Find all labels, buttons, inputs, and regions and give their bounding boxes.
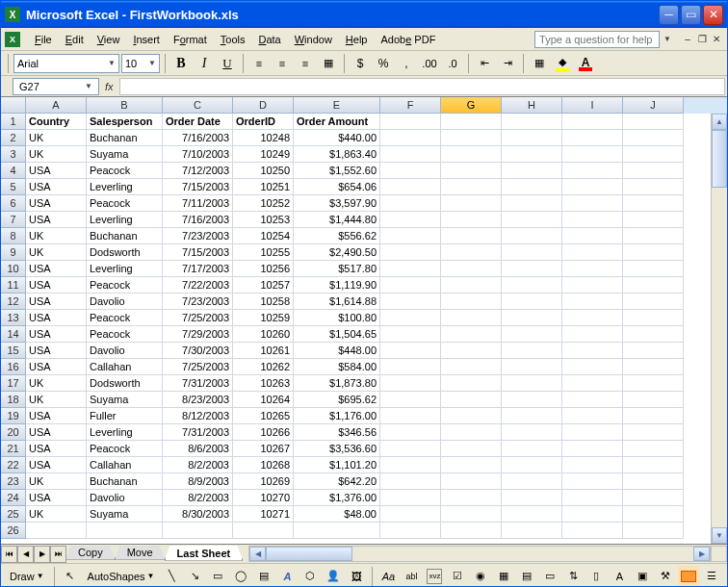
wordart-button[interactable]: A: [276, 566, 298, 587]
cell[interactable]: USA: [26, 195, 87, 212]
menu-help[interactable]: Help: [339, 31, 375, 48]
cell[interactable]: [502, 163, 562, 179]
row-header-2[interactable]: 2: [1, 130, 26, 146]
cell[interactable]: [441, 523, 502, 539]
cell[interactable]: [441, 261, 502, 277]
cell[interactable]: 7/10/2003: [163, 146, 233, 163]
cell[interactable]: [441, 441, 502, 457]
cell[interactable]: 10269: [233, 473, 294, 490]
cell[interactable]: [623, 146, 684, 163]
cell[interactable]: [502, 294, 562, 310]
cell[interactable]: 7/22/2003: [163, 277, 233, 294]
cell[interactable]: [623, 506, 684, 523]
cell[interactable]: [562, 392, 623, 408]
menu-view[interactable]: View: [91, 31, 127, 48]
xyz-button[interactable]: xvz: [424, 566, 445, 587]
cell[interactable]: [441, 310, 502, 326]
cell[interactable]: $440.00: [294, 130, 380, 146]
cell[interactable]: [562, 375, 623, 392]
cell[interactable]: [441, 163, 502, 179]
cell[interactable]: Davolio: [87, 294, 163, 310]
cell[interactable]: $1,614.88: [294, 294, 380, 310]
cell[interactable]: [562, 473, 623, 490]
row-header-14[interactable]: 14: [1, 326, 26, 343]
cell[interactable]: [562, 441, 623, 457]
align-right-button[interactable]: ≡: [295, 53, 316, 74]
cell[interactable]: [441, 212, 502, 228]
text-tool-button[interactable]: Aa: [377, 566, 399, 587]
cell[interactable]: [562, 244, 623, 261]
row-header-21[interactable]: 21: [1, 441, 26, 457]
cell[interactable]: [441, 490, 502, 506]
cell[interactable]: [380, 179, 441, 195]
row-header-5[interactable]: 5: [1, 179, 26, 195]
cell[interactable]: Peacock: [87, 163, 163, 179]
cell[interactable]: [380, 457, 441, 473]
cell[interactable]: 10267: [233, 441, 294, 457]
menu-insert[interactable]: Insert: [126, 31, 167, 48]
cell[interactable]: USA: [26, 277, 87, 294]
menu-format[interactable]: Format: [167, 31, 214, 48]
sheet-tab-last-sheet[interactable]: Last Sheet: [165, 546, 244, 561]
cell[interactable]: [502, 523, 562, 539]
cell[interactable]: USA: [26, 326, 87, 343]
cell[interactable]: $3,536.60: [294, 441, 380, 457]
tab-nav-next[interactable]: ▶: [34, 546, 50, 563]
cell[interactable]: [623, 343, 684, 359]
cell[interactable]: 10261: [233, 343, 294, 359]
font-color-button[interactable]: A: [575, 53, 596, 74]
row-header-1[interactable]: 1: [1, 114, 26, 130]
cell[interactable]: [441, 343, 502, 359]
cell[interactable]: Leverling: [87, 212, 163, 228]
cell[interactable]: 10249: [233, 146, 294, 163]
cell[interactable]: [562, 490, 623, 506]
col-header-B[interactable]: B: [87, 97, 163, 114]
cell[interactable]: UK: [26, 244, 87, 261]
help-search-input[interactable]: [534, 31, 660, 48]
select-objects-button[interactable]: ↖: [60, 566, 81, 587]
cell[interactable]: USA: [26, 343, 87, 359]
cell[interactable]: [502, 244, 562, 261]
cell[interactable]: USA: [26, 441, 87, 457]
row-header-4[interactable]: 4: [1, 163, 26, 179]
cell[interactable]: [502, 343, 562, 359]
scrollbar-button[interactable]: ▯: [585, 566, 607, 587]
cell[interactable]: 7/25/2003: [163, 359, 233, 375]
col-header-E[interactable]: E: [294, 97, 380, 114]
cell[interactable]: [562, 130, 623, 146]
row-header-15[interactable]: 15: [1, 343, 26, 359]
image-button[interactable]: ▣: [632, 566, 653, 587]
cell[interactable]: UK: [26, 146, 87, 163]
cell[interactable]: Callahan: [87, 457, 163, 473]
cell[interactable]: Country: [26, 114, 87, 130]
row-header-24[interactable]: 24: [1, 490, 26, 506]
cell[interactable]: 7/29/2003: [163, 326, 233, 343]
oval-button[interactable]: ◯: [230, 566, 251, 587]
cell[interactable]: [380, 195, 441, 212]
cell[interactable]: [623, 228, 684, 244]
cell[interactable]: [380, 473, 441, 490]
cell[interactable]: 8/12/2003: [163, 408, 233, 424]
cell[interactable]: [502, 212, 562, 228]
row-header-23[interactable]: 23: [1, 473, 26, 490]
cell[interactable]: [502, 457, 562, 473]
cell[interactable]: [623, 179, 684, 195]
cell[interactable]: [441, 375, 502, 392]
cell[interactable]: USA: [26, 359, 87, 375]
cell[interactable]: $1,101.20: [294, 457, 380, 473]
cell[interactable]: [441, 294, 502, 310]
comma-button[interactable]: ,: [396, 53, 417, 74]
cell[interactable]: 7/31/2003: [163, 424, 233, 441]
cell[interactable]: [502, 310, 562, 326]
cell[interactable]: Leverling: [87, 261, 163, 277]
col-header-C[interactable]: C: [163, 97, 233, 114]
cell[interactable]: [562, 506, 623, 523]
cell[interactable]: 8/30/2003: [163, 506, 233, 523]
row-header-7[interactable]: 7: [1, 212, 26, 228]
cell[interactable]: Fuller: [87, 408, 163, 424]
menu-data[interactable]: Data: [251, 31, 287, 48]
rectangle-button[interactable]: ▭: [207, 566, 228, 587]
label-button[interactable]: A: [609, 566, 630, 587]
cell[interactable]: [380, 277, 441, 294]
cell[interactable]: [562, 228, 623, 244]
